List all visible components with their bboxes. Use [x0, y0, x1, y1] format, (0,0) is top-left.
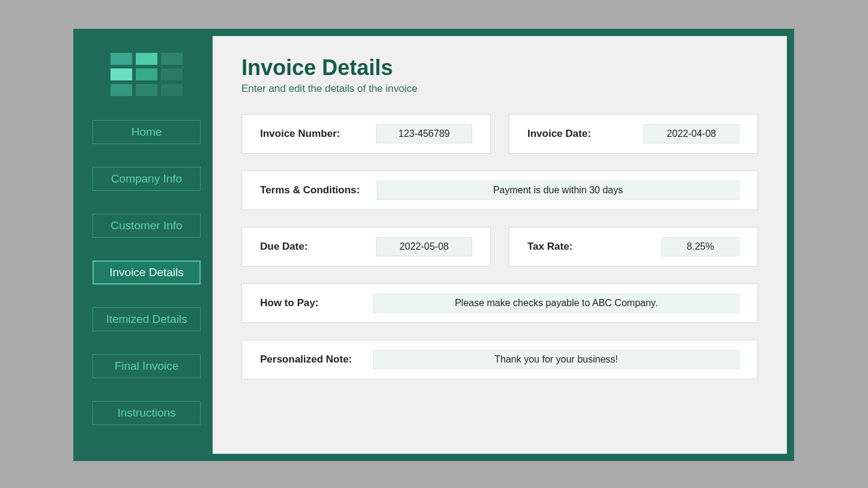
nav: Home Company Info Customer Info Invoice …	[93, 120, 201, 425]
card-terms: Terms & Conditions: Payment is due withi…	[241, 170, 758, 210]
nav-customer-info[interactable]: Customer Info	[93, 214, 201, 238]
nav-home[interactable]: Home	[93, 120, 201, 144]
input-how-to-pay[interactable]: Please make checks payable to ABC Compan…	[373, 294, 739, 313]
card-note: Personalized Note: Thank you for your bu…	[241, 340, 758, 379]
input-note[interactable]: Thank you for your business!	[373, 350, 739, 369]
label-invoice-number: Invoice Number:	[260, 128, 340, 140]
label-tax-rate: Tax Rate:	[527, 241, 572, 253]
nav-invoice-details[interactable]: Invoice Details	[93, 261, 201, 285]
logo-grid-icon	[111, 53, 183, 96]
sidebar: Home Company Info Customer Info Invoice …	[80, 36, 213, 454]
input-tax-rate[interactable]: 8.25%	[661, 237, 739, 256]
nav-itemized-details[interactable]: Itemized Details	[93, 307, 201, 331]
page-subtitle: Enter and edit the details of the invoic…	[241, 83, 758, 95]
page-title: Invoice Details	[241, 55, 758, 80]
row-how-to-pay: How to Pay: Please make checks payable t…	[241, 283, 758, 323]
nav-company-info[interactable]: Company Info	[93, 167, 201, 191]
input-due-date[interactable]: 2022-05-08	[376, 237, 472, 256]
label-invoice-date: Invoice Date:	[527, 128, 591, 140]
label-terms: Terms & Conditions:	[260, 184, 360, 196]
label-due-date: Due Date:	[260, 241, 308, 253]
card-tax-rate: Tax Rate: 8.25%	[509, 227, 758, 267]
card-invoice-date: Invoice Date: 2022-04-08	[509, 114, 758, 154]
card-due-date: Due Date: 2022-05-08	[241, 227, 491, 267]
input-invoice-number[interactable]: 123-456789	[376, 124, 472, 143]
card-invoice-number: Invoice Number: 123-456789	[241, 114, 491, 154]
card-how-to-pay: How to Pay: Please make checks payable t…	[241, 283, 758, 323]
input-terms[interactable]: Payment is due within 30 days	[377, 181, 739, 200]
nav-instructions[interactable]: Instructions	[93, 401, 201, 425]
row-note: Personalized Note: Thank you for your bu…	[241, 340, 758, 379]
row-terms: Terms & Conditions: Payment is due withi…	[241, 170, 758, 210]
main-panel: Invoice Details Enter and edit the detai…	[213, 36, 787, 454]
row-invoice-number-date: Invoice Number: 123-456789 Invoice Date:…	[241, 114, 758, 154]
app-frame: Home Company Info Customer Info Invoice …	[73, 29, 794, 461]
row-due-tax: Due Date: 2022-05-08 Tax Rate: 8.25%	[241, 227, 758, 267]
label-how-to-pay: How to Pay:	[260, 297, 356, 309]
nav-final-invoice[interactable]: Final Invoice	[93, 354, 201, 378]
label-note: Personalized Note:	[260, 354, 356, 366]
input-invoice-date[interactable]: 2022-04-08	[643, 124, 739, 143]
